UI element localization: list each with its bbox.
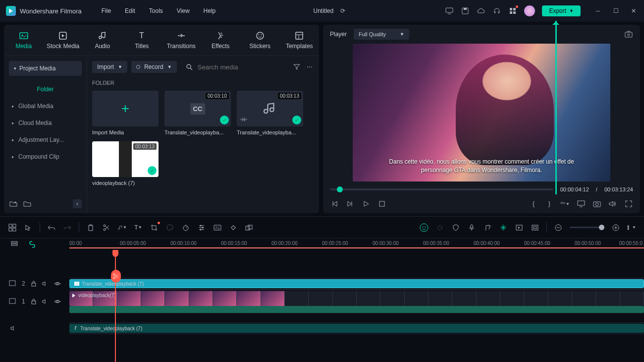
undo-icon[interactable] (47, 223, 56, 232)
tab-stock-media[interactable]: Stock Media (44, 29, 83, 52)
zoom-in-icon[interactable] (611, 223, 620, 232)
tab-stickers[interactable]: Stickers (240, 29, 280, 52)
folder-label[interactable]: Folder (4, 81, 87, 98)
mark-out-icon[interactable]: } (545, 199, 554, 208)
export-button[interactable]: Export▼ (542, 5, 581, 16)
filter-icon[interactable] (292, 62, 301, 71)
record-dropdown[interactable]: Record▼ (131, 61, 177, 73)
maximize-icon[interactable]: ☐ (611, 6, 620, 15)
lock-icon[interactable] (31, 297, 36, 306)
group-icon[interactable] (245, 223, 254, 232)
sidebar-item-global[interactable]: Global Media (4, 98, 87, 115)
menu-file[interactable]: File (102, 7, 111, 14)
zoom-slider[interactable] (570, 227, 604, 228)
import-media-tile[interactable]: + Import Media (92, 91, 159, 135)
monitor-icon[interactable] (445, 6, 454, 15)
crop-icon[interactable] (150, 223, 159, 232)
keyframe-icon[interactable] (229, 223, 238, 232)
visibility-icon[interactable] (54, 297, 61, 306)
track-header-icon[interactable] (10, 240, 19, 249)
import-dropdown[interactable]: Import▼ (92, 61, 127, 73)
quality-dropdown[interactable]: Full Quality▼ (354, 29, 409, 40)
more-icon[interactable]: ⋯ (305, 62, 314, 71)
video-clip[interactable]: videoplayback(7) (69, 291, 644, 306)
search-input[interactable] (198, 63, 284, 71)
track-icon[interactable] (9, 298, 16, 305)
speed-icon[interactable] (181, 223, 190, 232)
clip-list-icon[interactable]: ▼ (561, 199, 570, 208)
preview-viewport[interactable]: Dans cette vidéo, nous allons vous montr… (353, 44, 610, 181)
subtitle-clip[interactable]: TTranslate_videoplayback (7) (69, 279, 644, 288)
progress-bar[interactable] (330, 188, 553, 190)
playhead[interactable] (115, 250, 116, 362)
ai-icon[interactable] (420, 223, 429, 232)
render-icon[interactable] (515, 223, 524, 232)
tab-effects[interactable]: Effects (201, 29, 241, 52)
camera-icon[interactable] (592, 199, 601, 208)
delete-icon[interactable] (86, 223, 95, 232)
audio-clip[interactable]: Translate_videoplayback (7) (69, 324, 644, 333)
cloud-icon[interactable] (477, 6, 485, 15)
cut-marker[interactable] (111, 270, 121, 283)
sparkle-icon[interactable] (435, 223, 444, 232)
pointer-icon[interactable] (24, 223, 33, 232)
track-icon[interactable] (9, 280, 16, 288)
tab-templates[interactable]: Templates (280, 29, 320, 52)
tab-audio[interactable]: Audio (83, 29, 122, 52)
music-note-icon[interactable] (483, 223, 492, 232)
timeline-ruler[interactable]: 00:00 00:00:05:00 00:00:10:00 00:00:15:0… (0, 238, 644, 250)
folder-icon[interactable] (23, 199, 32, 208)
save-icon[interactable] (461, 6, 470, 15)
media-item-cc[interactable]: 00:03:10CC✓ Translate_videoplayba... (164, 91, 231, 135)
layout-icon[interactable] (8, 223, 17, 232)
new-folder-icon[interactable] (9, 199, 18, 208)
sidebar-item-compound[interactable]: Compound Clip (4, 148, 87, 165)
marker-tool-icon[interactable] (499, 223, 508, 232)
mic-icon[interactable] (467, 223, 476, 232)
progress-handle[interactable] (337, 186, 343, 192)
stop-icon[interactable] (377, 199, 386, 208)
headset-icon[interactable] (492, 6, 501, 15)
volume-icon[interactable] (608, 199, 617, 208)
next-frame-icon[interactable] (346, 199, 355, 208)
collapse-sidebar-icon[interactable]: ‹ (73, 199, 82, 208)
audio-track-icon[interactable] (9, 324, 18, 333)
subtitle-tool-icon[interactable] (213, 223, 222, 232)
frame-icon[interactable] (531, 223, 539, 232)
menu-view[interactable]: View (177, 7, 190, 14)
mark-in-icon[interactable]: { (529, 199, 538, 208)
mute-icon[interactable] (42, 279, 48, 288)
split-icon[interactable] (102, 223, 111, 232)
close-icon[interactable]: ✕ (629, 6, 638, 15)
shield-icon[interactable] (451, 223, 460, 232)
zoom-out-icon[interactable] (554, 223, 563, 232)
linked-audio[interactable] (69, 306, 644, 313)
view-mode-icon[interactable]: ▼ (627, 223, 636, 232)
project-media-button[interactable]: ▾Project Media (9, 61, 82, 76)
minimize-icon[interactable]: ─ (593, 6, 602, 15)
menu-edit[interactable]: Edit (125, 7, 135, 14)
text-tool-icon[interactable]: T▼ (134, 223, 143, 232)
avatar[interactable] (524, 5, 535, 16)
fullscreen-icon[interactable] (624, 199, 633, 208)
palette-icon[interactable] (165, 223, 174, 232)
sidebar-item-adjustment[interactable]: Adjustment Lay... (4, 131, 87, 148)
music-tool-icon[interactable]: ▼ (118, 223, 127, 232)
media-item-music[interactable]: 00:03:13✓ Translate_videoplayba... (237, 91, 303, 135)
sidebar-item-cloud[interactable]: Cloud Media (4, 115, 87, 131)
tab-transitions[interactable]: Transitions (161, 29, 201, 52)
adjust-icon[interactable] (197, 223, 206, 232)
mute-icon[interactable] (42, 297, 48, 306)
display-icon[interactable] (577, 199, 586, 208)
menu-help[interactable]: Help (204, 7, 216, 14)
redo-icon[interactable] (63, 223, 72, 232)
menu-tools[interactable]: Tools (149, 7, 163, 14)
play-icon[interactable] (362, 199, 371, 208)
playhead-handle[interactable] (112, 250, 118, 257)
tab-titles[interactable]: TTitles (122, 29, 162, 52)
search-field[interactable] (181, 62, 288, 71)
link-icon[interactable] (28, 240, 37, 249)
lock-icon[interactable] (31, 279, 36, 288)
snapshot-icon[interactable] (624, 30, 633, 39)
prev-frame-icon[interactable] (330, 199, 339, 208)
